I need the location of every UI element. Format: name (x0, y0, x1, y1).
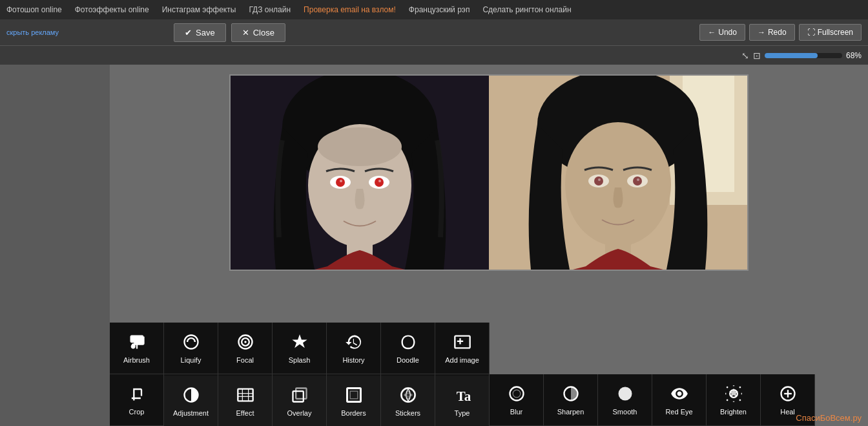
tool-blur[interactable]: Blur (490, 374, 544, 426)
svg-point-20 (633, 176, 642, 186)
svg-point-21 (637, 178, 639, 181)
svg-rect-37 (238, 389, 253, 401)
save-button[interactable]: ✔ Save (174, 23, 226, 42)
splash-icon (291, 333, 309, 354)
svg-point-31 (618, 387, 632, 400)
overlay-icon (291, 386, 309, 407)
svg-point-29 (513, 390, 521, 398)
original-image-svg (231, 76, 489, 270)
tool-effect[interactable]: Effect (218, 376, 273, 426)
tool-overlay[interactable]: Overlay (273, 376, 327, 426)
zoom-slider-fill (765, 53, 818, 58)
tool-history[interactable]: History (327, 323, 381, 374)
tool-smooth[interactable]: Smooth (598, 374, 652, 426)
nav-gdz[interactable]: ГДЗ онлайн (249, 5, 291, 14)
add-image-label: Add image (445, 356, 479, 364)
tool-sharpen[interactable]: Sharpen (544, 374, 598, 426)
nav-photoshop[interactable]: Фотошоп online (6, 5, 62, 14)
canvas-area: Airbrush Liquify Focal (110, 65, 868, 426)
crop-label: Crop (129, 408, 145, 416)
tool-focal[interactable]: Focal (218, 323, 273, 374)
svg-point-18 (598, 178, 601, 181)
svg-point-9 (378, 180, 381, 182)
undo-button[interactable]: ← Undo (699, 24, 745, 41)
brighten-icon (725, 385, 743, 405)
nav-instagram[interactable]: Инстаграм эффекты (162, 5, 236, 14)
effect-label: Effect (236, 409, 254, 417)
hide-ads-link[interactable]: скрыть рекламу (6, 28, 59, 36)
main-toolbar: скрыть рекламу ✔ Save ✕ Close ← Undo → R… (0, 19, 868, 45)
undo-icon: ← (708, 28, 716, 37)
svg-point-28 (510, 387, 523, 400)
stickers-label: Stickers (395, 409, 420, 417)
tool-brighten[interactable]: Brighten (707, 374, 761, 426)
svg-text:Ta: Ta (456, 389, 471, 404)
borders-icon (345, 386, 363, 407)
tool-type[interactable]: Ta Type (435, 376, 490, 426)
tool-borders[interactable]: Borders (327, 376, 381, 426)
watermark: СпасиБоВсем.ру (796, 413, 862, 423)
nav-ringtone[interactable]: Сделать рингтон онлайн (482, 5, 571, 14)
zoom-actual-icon[interactable]: ⊡ (753, 50, 761, 61)
zoom-fit-icon[interactable]: ⤡ (741, 50, 749, 61)
blur-label: Blur (510, 408, 523, 416)
svg-point-25 (244, 341, 247, 343)
left-sidebar (0, 65, 110, 426)
tool-splash[interactable]: Splash (273, 323, 327, 374)
red-eye-label: Red Eye (665, 408, 692, 416)
tool-stickers[interactable]: Stickers (381, 376, 435, 426)
sharpen-icon (562, 385, 580, 405)
effect-icon (236, 386, 254, 407)
nav-photoeffects[interactable]: Фотоэффекты online (75, 5, 149, 14)
tool-adjustment[interactable]: Adjustment (164, 376, 218, 426)
airbrush-icon (128, 333, 146, 354)
sharpen-label: Sharpen (557, 408, 584, 416)
adjustment-icon (182, 386, 200, 407)
type-label: Type (455, 409, 470, 417)
processed-image (489, 76, 747, 270)
stickers-icon (399, 386, 417, 407)
image-container (229, 74, 749, 271)
tool-crop[interactable]: Crop (110, 374, 164, 426)
svg-rect-45 (350, 391, 358, 399)
doodle-icon (399, 333, 417, 354)
add-image-icon (453, 333, 471, 354)
svg-rect-43 (296, 388, 306, 398)
check-icon: ✔ (185, 28, 192, 37)
close-button[interactable]: ✕ Close (231, 23, 285, 42)
svg-rect-44 (347, 388, 360, 401)
svg-rect-42 (293, 391, 303, 401)
tool-add-image[interactable]: Add image (435, 323, 490, 374)
heal-label: Heal (780, 408, 795, 416)
doodle-label: Doodle (397, 356, 419, 364)
svg-point-46 (401, 388, 415, 401)
tool-airbrush[interactable]: Airbrush (110, 323, 164, 374)
adjustment-label: Adjustment (173, 409, 209, 417)
top-navigation: Фотошоп online Фотоэффекты online Инстаг… (0, 0, 868, 19)
heal-icon (779, 385, 797, 405)
tool-liquify[interactable]: Liquify (164, 323, 218, 374)
svg-point-6 (340, 180, 342, 182)
zoom-slider[interactable] (765, 53, 842, 58)
nav-email[interactable]: Проверка email на взлом! (304, 5, 396, 14)
tool-red-eye[interactable]: Red Eye (652, 374, 707, 426)
liquify-icon (182, 333, 200, 354)
borders-label: Borders (341, 409, 366, 417)
fullscreen-button[interactable]: ⛶ Fullscreen (799, 24, 862, 41)
brighten-label: Brighten (720, 408, 747, 416)
tool-doodle[interactable]: Doodle (381, 323, 435, 374)
focal-icon (236, 333, 254, 354)
zoom-controls: ⤡ ⊡ 68% (0, 45, 868, 65)
airbrush-label: Airbrush (123, 356, 150, 364)
fullscreen-icon: ⛶ (807, 28, 815, 37)
zoom-percent: 68% (846, 51, 862, 60)
focal-label: Focal (236, 356, 254, 364)
liquify-label: Liquify (181, 356, 202, 364)
redo-button[interactable]: → Redo (749, 24, 795, 41)
nav-french[interactable]: Французский рэп (409, 5, 470, 14)
svg-point-15 (565, 122, 671, 246)
smooth-label: Smooth (613, 408, 637, 416)
overlay-label: Overlay (287, 409, 312, 417)
original-image (231, 76, 489, 270)
x-icon: ✕ (242, 28, 249, 37)
